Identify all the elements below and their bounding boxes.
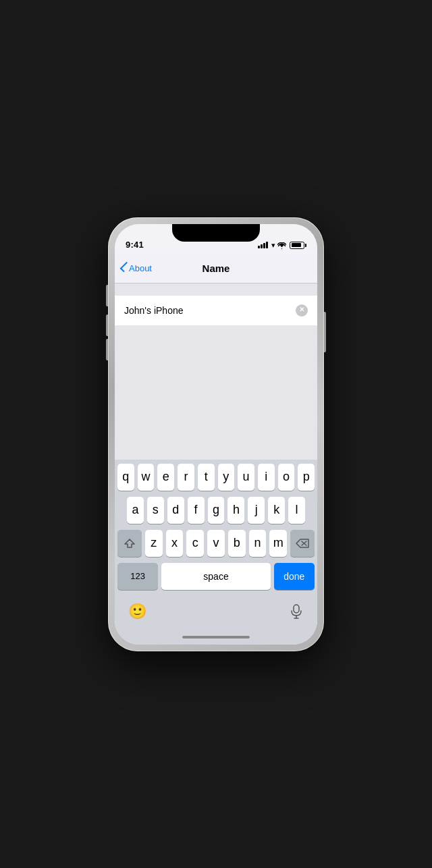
key-n[interactable]: n [249, 530, 267, 557]
numbers-key[interactable]: 123 [117, 563, 158, 590]
key-j[interactable]: j [248, 497, 265, 524]
clear-button[interactable]: ✕ [296, 304, 308, 317]
notch [172, 224, 260, 242]
key-b[interactable]: b [228, 530, 246, 557]
microphone-button[interactable] [289, 604, 304, 619]
battery-icon [290, 242, 306, 249]
key-o[interactable]: o [278, 464, 295, 491]
key-m[interactable]: m [269, 530, 287, 557]
nav-bar: About Name [115, 254, 317, 283]
key-h[interactable]: h [227, 497, 244, 524]
emoji-button[interactable]: 🙂 [128, 603, 146, 620]
done-key[interactable]: done [274, 563, 315, 590]
back-button[interactable]: About [122, 263, 152, 273]
shift-key[interactable] [117, 530, 142, 557]
back-label: About [129, 263, 152, 273]
key-k[interactable]: k [268, 497, 285, 524]
wifi-icon: ▾ [271, 241, 286, 250]
keyboard-row-1: q w e r t y u i o p [117, 464, 315, 491]
key-l[interactable]: l [288, 497, 305, 524]
key-v[interactable]: v [207, 530, 225, 557]
delete-icon [296, 539, 309, 548]
key-p[interactable]: p [298, 464, 315, 491]
key-r[interactable]: r [178, 464, 194, 491]
shift-icon [124, 539, 135, 548]
status-icons: ▾ [258, 241, 306, 250]
content-area [115, 325, 317, 460]
key-z[interactable]: z [145, 530, 163, 557]
signal-icon [258, 242, 268, 248]
bottom-bar: 🙂 [115, 596, 317, 630]
key-q[interactable]: q [117, 464, 134, 491]
key-c[interactable]: c [186, 530, 204, 557]
microphone-icon [291, 604, 302, 619]
key-i[interactable]: i [258, 464, 275, 491]
key-y[interactable]: y [218, 464, 235, 491]
key-g[interactable]: g [208, 497, 225, 524]
clear-icon: ✕ [299, 306, 304, 313]
home-indicator [115, 630, 317, 645]
delete-key[interactable] [290, 530, 315, 557]
section-gap [115, 283, 317, 296]
screen: 9:41 ▾ [115, 224, 317, 645]
key-t[interactable]: t [198, 464, 215, 491]
key-d[interactable]: d [167, 497, 184, 524]
key-e[interactable]: e [157, 464, 174, 491]
svg-marker-0 [125, 539, 134, 547]
key-a[interactable]: a [127, 497, 144, 524]
svg-rect-3 [294, 605, 299, 613]
space-key[interactable]: space [161, 563, 270, 590]
keyboard-bottom-row: 123 space done [117, 563, 315, 590]
phone-shell: 9:41 ▾ [108, 217, 324, 651]
key-u[interactable]: u [238, 464, 254, 491]
home-bar [182, 636, 250, 639]
keyboard: q w e r t y u i o p a s d f g h j k [115, 460, 317, 596]
keyboard-row-3: z x c v b n m [117, 530, 315, 557]
key-s[interactable]: s [147, 497, 164, 524]
input-row[interactable]: ✕ [115, 296, 317, 325]
nav-title: Name [202, 263, 230, 274]
key-x[interactable]: x [166, 530, 184, 557]
status-time: 9:41 [126, 240, 144, 250]
key-w[interactable]: w [138, 464, 155, 491]
key-f[interactable]: f [188, 497, 205, 524]
keyboard-row-2: a s d f g h j k l [117, 497, 315, 524]
device-name-input[interactable] [124, 305, 296, 316]
